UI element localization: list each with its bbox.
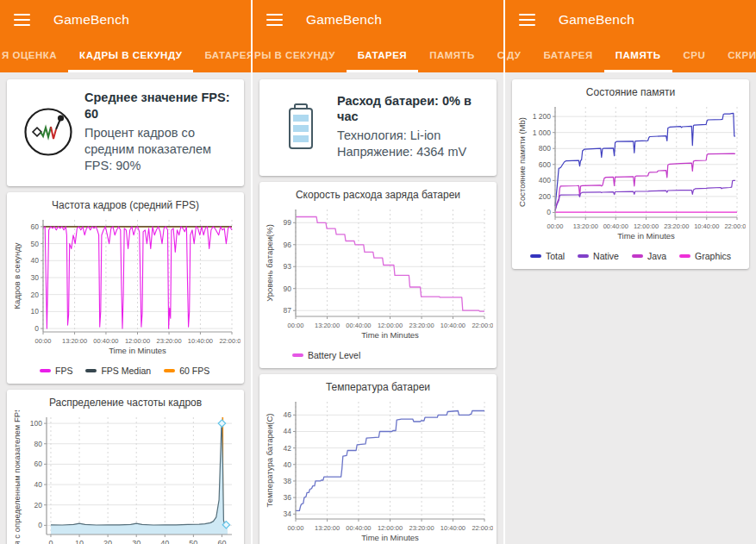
svg-text:22:00:00: 22:00:00 [219, 337, 241, 345]
tab-battery[interactable]: БАТАРЕЯ [193, 40, 251, 72]
fps-average-value: Среднее значение FPS: 60 [84, 90, 230, 122]
svg-text:40: 40 [284, 460, 292, 469]
svg-text:13:20:00: 13:20:00 [315, 322, 340, 329]
battery-temp-chart: 3436384042444600:0013:20:0000:40:0012:00… [263, 395, 493, 544]
svg-text:Time in Minutes: Time in Minutes [361, 330, 419, 340]
panel-content: Состояние памяти 02004006008001 0001 200… [505, 72, 756, 544]
svg-text:00:40:00: 00:40:00 [346, 524, 371, 532]
fps-gauge-icon [12, 107, 84, 157]
legend-item-fps-median: FPS Median [85, 366, 151, 376]
svg-text:10:40:00: 10:40:00 [440, 524, 465, 532]
fps-chart-title: Частота кадров (средний FPS) [10, 199, 241, 211]
battery-drain-value: Расход батареи: 0% в час [337, 93, 483, 126]
tab-fps[interactable]: ДУ [505, 40, 533, 72]
tab-bar: Я ОЦЕНКАКАДРЫ В СЕКУНДУБАТАРЕЯ [0, 40, 251, 72]
tab-battery[interactable]: БАТАРЕЯ [533, 40, 604, 72]
svg-text:200: 200 [539, 192, 551, 201]
battery-level-title: Скорость расхода заряда батареи [263, 189, 493, 201]
svg-text:96: 96 [284, 241, 292, 249]
svg-text:600: 600 [539, 160, 551, 169]
svg-text:1 200: 1 200 [533, 112, 552, 121]
battery-summary-text: Расход батареи: 0% в час Технология: Li-… [337, 93, 486, 161]
svg-text:0: 0 [38, 521, 42, 529]
tab-fps[interactable]: КАДРЫ В СЕКУНДУ [68, 40, 193, 72]
fps-chart-card: Частота кадров (средний FPS) 01020304050… [7, 192, 244, 384]
tab-cpu[interactable]: С [486, 40, 503, 72]
memory-chart-title: Состояние памяти [515, 86, 746, 98]
menu-icon[interactable] [519, 14, 535, 27]
svg-text:0: 0 [34, 324, 39, 333]
svg-text:00:00: 00:00 [288, 322, 304, 329]
svg-text:10: 10 [75, 539, 84, 544]
app-title: GameBench [306, 12, 382, 28]
app-title: GameBench [53, 12, 129, 28]
legend-item-java: Java [632, 251, 666, 261]
panel-battery: GameBench РЫ В СЕКУНДУБАТАРЕЯПАМЯТЬС Рас… [253, 0, 503, 544]
svg-text:1 000: 1 000 [533, 128, 552, 137]
svg-text:34: 34 [284, 510, 292, 518]
legend-item-graphics: Graphics [679, 251, 731, 261]
svg-text:60: 60 [217, 539, 226, 544]
svg-text:800: 800 [539, 144, 551, 153]
svg-text:12:00:00: 12:00:00 [634, 222, 659, 230]
svg-text:100: 100 [30, 419, 42, 428]
svg-text:80: 80 [34, 440, 43, 448]
svg-text:23:20:00: 23:20:00 [409, 322, 434, 329]
battery-level-card: Скорость расхода заряда батареи 87909396… [259, 182, 497, 368]
tab-overall[interactable]: Я ОЦЕНКА [0, 40, 68, 72]
tab-bar: ДУБАТАРЕЯПАМЯТЬCPUСКРИ [505, 40, 756, 72]
svg-text:93: 93 [284, 262, 292, 271]
svg-text:20: 20 [31, 291, 40, 299]
fps-summary-card: Среднее значение FPS: 60 Процент кадров … [7, 79, 244, 186]
svg-text:00:00: 00:00 [35, 337, 52, 345]
fps-distribution-card: Распределение частоты кадров 02040608010… [7, 390, 244, 544]
svg-text:40: 40 [34, 480, 43, 489]
svg-text:38: 38 [284, 477, 292, 485]
panel-content: Среднее значение FPS: 60 Процент кадров … [0, 72, 251, 544]
battery-temp-title: Температура батареи [263, 381, 493, 393]
legend-item-60-fps: 60 FPS [164, 366, 209, 376]
app-bar: GameBench [253, 0, 503, 40]
tab-memory[interactable]: ПАМЯТЬ [418, 40, 486, 72]
svg-text:30: 30 [31, 273, 40, 282]
svg-text:12:00:00: 12:00:00 [378, 524, 403, 532]
svg-text:60: 60 [34, 460, 43, 468]
svg-text:44: 44 [284, 427, 292, 435]
svg-text:0: 0 [547, 208, 551, 216]
tab-fps[interactable]: РЫ В СЕКУНДУ [253, 40, 347, 72]
tab-battery[interactable]: БАТАРЕЯ [347, 40, 418, 72]
app-title: GameBench [559, 12, 634, 28]
battery-level-chart: 879093969900:0013:20:0000:40:0012:00:002… [263, 203, 493, 346]
legend-item-battery-level: Battery Level [292, 350, 360, 360]
gamebench-triple-screenshot: GameBench Я ОЦЕНКАКАДРЫ В СЕКУНДУБАТАРЕЯ… [0, 0, 756, 544]
battery-voltage-value: Напряжение: 4364 mV [337, 144, 483, 160]
tab-bar: РЫ В СЕКУНДУБАТАРЕЯПАМЯТЬС [253, 40, 503, 72]
fps-summary-text: Среднее значение FPS: 60 Процент кадров … [84, 90, 234, 174]
memory-chart-legend: TotalNativeJavaGraphics [515, 250, 746, 267]
svg-text:22:00:00: 22:00:00 [724, 222, 746, 230]
memory-chart: 02004006008001 0001 20000:0013:20:0000:4… [515, 100, 746, 247]
svg-text:40: 40 [31, 256, 40, 265]
tab-screenshots[interactable]: СКРИ [716, 40, 756, 72]
svg-text:13:20:00: 13:20:00 [315, 524, 340, 532]
fps-line-chart: 010203040506000:0013:20:0000:40:0012:00:… [10, 213, 241, 361]
svg-text:12:00:00: 12:00:00 [378, 322, 403, 329]
svg-text:10: 10 [31, 307, 40, 316]
svg-text:50: 50 [31, 240, 40, 248]
svg-text:20: 20 [34, 501, 43, 510]
svg-text:00:00: 00:00 [288, 524, 304, 532]
panel-fps: GameBench Я ОЦЕНКАКАДРЫ В СЕКУНДУБАТАРЕЯ… [0, 0, 251, 544]
app-bar: GameBench [0, 0, 251, 40]
battery-summary-card: Расход батареи: 0% в час Технология: Li-… [259, 79, 497, 176]
app-bar: GameBench [505, 0, 756, 40]
svg-text:00:40:00: 00:40:00 [93, 337, 118, 345]
tab-memory[interactable]: ПАМЯТЬ [604, 40, 672, 72]
memory-chart-card: Состояние памяти 02004006008001 0001 200… [512, 79, 749, 269]
menu-icon[interactable] [14, 14, 30, 27]
svg-text:30: 30 [132, 539, 141, 544]
fps-stability-value: Процент кадров со средним показателем FP… [84, 125, 230, 174]
svg-text:Уровень батареи(%): Уровень батареи(%) [265, 224, 274, 302]
svg-text:87: 87 [284, 306, 292, 315]
menu-icon[interactable] [266, 14, 283, 27]
tab-cpu[interactable]: CPU [672, 40, 717, 72]
